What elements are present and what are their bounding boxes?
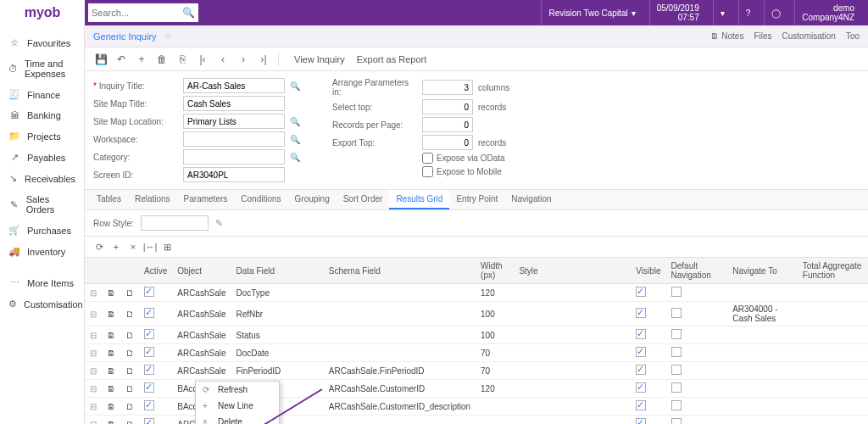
row-selector-icon[interactable]: ⊟: [85, 398, 102, 416]
tab-relations[interactable]: Relations: [128, 190, 177, 209]
column-header[interactable]: Default Navigation: [666, 258, 728, 284]
export-icon[interactable]: ⊞: [159, 239, 175, 254]
refresh-icon[interactable]: ⟳: [92, 239, 107, 254]
edit-icon[interactable]: ✎: [215, 218, 223, 229]
tab-sort-order[interactable]: Sort Order: [337, 190, 390, 209]
row-selector-icon[interactable]: ⊟: [85, 344, 102, 362]
width-cell[interactable]: [476, 398, 514, 416]
copy-button[interactable]: ⎘: [173, 50, 192, 69]
column-header[interactable]: Total Aggregate Function: [798, 258, 868, 284]
category-input[interactable]: [183, 149, 285, 165]
width-cell[interactable]: 120: [476, 284, 514, 302]
schema-cell[interactable]: ARCashSale.CustomerID: [324, 380, 476, 398]
row-selector-icon[interactable]: ⊟: [85, 362, 102, 380]
sitemap-loc-input[interactable]: [183, 114, 285, 129]
visible-cell[interactable]: [631, 302, 665, 326]
column-header[interactable]: Navigate To: [727, 258, 798, 284]
agg-cell[interactable]: [798, 416, 868, 425]
nav-cell[interactable]: [727, 284, 798, 302]
schema-cell[interactable]: ARCashSale.CustomerID_description: [324, 398, 476, 416]
workspace-input[interactable]: [183, 131, 285, 147]
prev-button[interactable]: ‹: [214, 50, 232, 69]
sidebar-item-more-items[interactable]: ⋯More Items: [0, 272, 84, 293]
row-selector-icon[interactable]: ⊟: [85, 284, 102, 302]
active-cell[interactable]: [139, 326, 172, 344]
active-cell[interactable]: [139, 302, 172, 326]
agg-cell[interactable]: [798, 362, 868, 380]
rpp-input[interactable]: [422, 117, 473, 132]
visible-cell[interactable]: [631, 398, 665, 416]
width-cell[interactable]: 100: [476, 302, 514, 326]
next-button[interactable]: ›: [234, 50, 253, 69]
agg-cell[interactable]: [798, 380, 868, 398]
notes-cell[interactable]: 🗎: [102, 344, 120, 362]
screen-id-input[interactable]: [183, 167, 285, 182]
search-input[interactable]: [92, 8, 182, 18]
table-row[interactable]: ⊟ 🗎 🗋 ARCashSale Status 100: [85, 326, 868, 344]
field-cell[interactable]: DocType: [231, 284, 324, 302]
defnav-cell[interactable]: [666, 302, 728, 326]
visible-cell[interactable]: [631, 380, 665, 398]
style-cell[interactable]: [514, 284, 631, 302]
agg-cell[interactable]: [798, 344, 868, 362]
active-cell[interactable]: [139, 380, 172, 398]
visible-cell[interactable]: [631, 326, 665, 344]
files-button[interactable]: Files: [754, 31, 771, 41]
agg-cell[interactable]: [798, 302, 868, 326]
defnav-cell[interactable]: [666, 416, 728, 425]
schema-cell[interactable]: [324, 416, 476, 425]
tools-button[interactable]: Too: [846, 31, 860, 41]
style-cell[interactable]: [514, 326, 631, 344]
nav-cell[interactable]: [727, 344, 798, 362]
tab-conditions[interactable]: Conditions: [234, 190, 287, 209]
sidebar-item-receivables[interactable]: ↘Receivables: [0, 168, 84, 189]
sidebar-item-customisation[interactable]: ⚙Customisation: [0, 293, 84, 315]
table-row[interactable]: ⊟ 🗎 🗋 ARCashSale DocType 120: [85, 284, 868, 302]
object-cell[interactable]: ARCashSale: [172, 344, 231, 362]
field-cell[interactable]: RefNbr: [231, 302, 324, 326]
notes-cell[interactable]: 🗎: [102, 284, 120, 302]
field-cell[interactable]: Status: [231, 326, 324, 344]
nav-cell[interactable]: [727, 326, 798, 344]
visible-cell[interactable]: [631, 362, 665, 380]
tab-results-grid[interactable]: Results Grid: [389, 190, 449, 209]
object-cell[interactable]: ARCashSale: [172, 362, 231, 380]
menu-item-refresh[interactable]: ⟳Refresh: [196, 382, 279, 398]
notes-button[interactable]: 🗎 Notes: [710, 31, 743, 41]
files-cell[interactable]: 🗋: [120, 344, 139, 362]
column-header[interactable]: [85, 258, 102, 284]
files-cell[interactable]: 🗋: [120, 326, 139, 344]
undo-button[interactable]: ↶: [112, 50, 131, 69]
width-cell[interactable]: 100: [476, 326, 514, 344]
notes-cell[interactable]: 🗎: [102, 302, 120, 326]
column-header[interactable]: Visible: [631, 258, 665, 284]
add-row-icon[interactable]: +: [108, 239, 124, 254]
visible-cell[interactable]: [631, 284, 665, 302]
notes-cell[interactable]: 🗎: [102, 398, 120, 416]
user-avatar[interactable]: ◯: [764, 0, 787, 25]
defnav-cell[interactable]: [666, 344, 728, 362]
defnav-cell[interactable]: [666, 284, 728, 302]
select-top-input[interactable]: [422, 99, 473, 114]
tab-navigation[interactable]: Navigation: [504, 190, 558, 209]
export-top-input[interactable]: [422, 135, 473, 150]
inquiry-title-input[interactable]: [183, 78, 285, 93]
files-cell[interactable]: 🗋: [120, 362, 139, 380]
files-cell[interactable]: 🗋: [120, 380, 139, 398]
defnav-cell[interactable]: [666, 362, 728, 380]
date-display[interactable]: 05/09/201907:57: [649, 0, 706, 25]
results-grid[interactable]: ActiveObjectData FieldSchema FieldWidth …: [85, 258, 868, 424]
tab-grouping[interactable]: Grouping: [288, 190, 337, 209]
expose-mobile-checkbox[interactable]: [422, 166, 433, 177]
field-cell[interactable]: FinPeriodID: [231, 362, 324, 380]
sidebar-item-projects[interactable]: 📁Projects: [0, 126, 84, 147]
schema-cell[interactable]: [324, 302, 476, 326]
schema-cell[interactable]: [324, 344, 476, 362]
row-selector-icon[interactable]: ⊟: [85, 326, 102, 344]
arrange-input[interactable]: [422, 80, 473, 95]
column-header[interactable]: Data Field: [231, 258, 324, 284]
style-cell[interactable]: [514, 398, 631, 416]
object-cell[interactable]: ARCashSale: [172, 326, 231, 344]
column-header[interactable]: [102, 258, 120, 284]
agg-cell[interactable]: [798, 326, 868, 344]
